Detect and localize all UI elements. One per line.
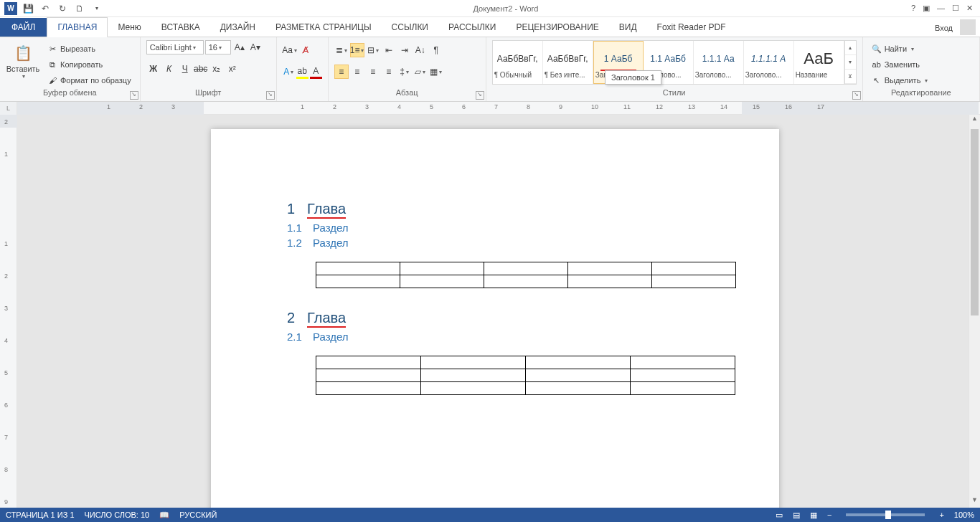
shading-icon[interactable]: ▱▾ [413,65,428,79]
tab-foxit[interactable]: Foxit Reader PDF [647,18,736,37]
multilevel-icon[interactable]: ⊟▾ [366,43,380,57]
borders-icon[interactable]: ▦▾ [429,65,443,79]
format-painter-button[interactable]: 🖌Формат по образцу [44,73,134,87]
save-icon[interactable]: 💾 [22,2,34,15]
status-word-count[interactable]: ЧИСЛО СЛОВ: 10 [85,511,150,519]
find-button[interactable]: 🔍Найти▾ [869,42,931,56]
gallery-more[interactable]: ▴▾⊻ [844,41,856,84]
zoom-level[interactable]: 100% [954,511,974,519]
tab-layout[interactable]: РАЗМЕТКА СТРАНИЦЫ [265,18,382,37]
strike-icon[interactable]: abc [194,62,208,76]
zoom-in-icon[interactable]: + [939,511,943,519]
italic-icon[interactable]: К [162,62,176,76]
vertical-ruler[interactable]: 2112345678910 [0,115,17,508]
align-left-icon[interactable]: ≡ [334,65,349,79]
align-right-icon[interactable]: ≡ [366,65,380,79]
view-print-icon[interactable]: ▤ [793,511,800,520]
zoom-out-icon[interactable]: − [827,511,831,519]
heading-2[interactable]: 1.2Раздел [287,237,739,249]
tab-file[interactable]: ФАЙЛ [0,18,47,37]
zoom-knob[interactable] [885,511,891,519]
tab-mailings[interactable]: РАССЫЛКИ [438,18,506,37]
tab-insert[interactable]: ВСТАВКА [151,18,210,37]
redo-icon[interactable]: ↻ [56,2,69,15]
style-item[interactable]: АаБНазвание [794,41,844,84]
tab-home[interactable]: ГЛАВНАЯ [47,17,108,37]
scroll-up-icon[interactable]: ▲ [969,115,980,126]
change-case-icon[interactable]: Aa▾ [283,43,297,57]
copy-button[interactable]: ⧉Копировать [44,57,134,72]
decrease-indent-icon[interactable]: ⇤ [382,43,396,57]
styles-launcher-icon[interactable]: ↘ [852,91,861,100]
numbering-icon[interactable]: 1≡▾ [350,43,364,57]
heading-2[interactable]: 2.1Раздел [287,331,739,343]
sign-in-link[interactable]: Вход [928,19,960,37]
ruler-corner[interactable]: L [0,102,17,115]
ribbon-options-icon[interactable]: ▣ [923,4,930,13]
vertical-scrollbar[interactable]: ▲ ▼ [969,115,980,508]
zoom-slider[interactable] [846,513,925,516]
font-size-combo[interactable]: 16▾ [205,40,231,54]
minimize-icon[interactable]: — [937,4,945,13]
increase-indent-icon[interactable]: ⇥ [397,43,412,57]
bold-icon[interactable]: Ж [146,62,161,76]
grow-font-icon[interactable]: A▴ [232,40,247,54]
text-effects-icon[interactable]: A▾ [283,65,295,79]
spellcheck-icon[interactable]: 📖 [159,511,169,520]
new-doc-icon[interactable]: 🗋 [73,2,86,15]
tab-design[interactable]: ДИЗАЙН [210,18,265,37]
tab-references[interactable]: ССЫЛКИ [382,18,438,37]
paragraph-launcher-icon[interactable]: ↘ [476,91,484,100]
tab-menu[interactable]: Меню [108,18,151,37]
style-item[interactable]: АаБбВвГг,¶ Обычный [493,41,543,84]
style-item[interactable]: 1.1.1.1 АЗаголово... [744,41,794,84]
font-color-icon[interactable]: A [310,65,322,79]
select-button[interactable]: ↖Выделить▾ [869,73,931,87]
gallery-arrow-icon[interactable]: ▾ [845,55,856,70]
superscript-icon[interactable]: x² [225,62,240,76]
replace-button[interactable]: abЗаменить [869,57,931,72]
status-page[interactable]: СТРАНИЦА 1 ИЗ 1 [6,511,75,519]
scroll-down-icon[interactable]: ▼ [969,496,980,508]
clear-formatting-icon[interactable]: A̸ [298,43,313,57]
heading-1[interactable]: 1Глава [287,201,739,217]
style-item[interactable]: АаБбВвГг,¶ Без инте... [543,41,593,84]
table-2[interactable] [316,356,735,395]
line-spacing-icon[interactable]: ‡▾ [397,65,412,79]
status-language[interactable]: РУССКИЙ [179,511,217,519]
paste-button[interactable]: 📋 Вставить ▾ [6,40,40,88]
maximize-icon[interactable]: ☐ [952,4,959,13]
tab-review[interactable]: РЕЦЕНЗИРОВАНИЕ [506,18,608,37]
view-read-icon[interactable]: ▭ [776,511,783,520]
qat-customize-icon[interactable]: ▾ [90,2,103,15]
gallery-arrow-icon[interactable]: ⊻ [845,70,856,84]
document-content[interactable]: 1Глава 1.1Раздел 1.2Раздел 2Глава 2.1Раз… [287,201,739,417]
bullets-icon[interactable]: ≣▾ [334,43,349,57]
tab-view[interactable]: ВИД [609,18,647,37]
gallery-arrow-icon[interactable]: ▴ [845,41,856,55]
heading-2[interactable]: 1.1Раздел [287,222,739,234]
subscript-icon[interactable]: x₂ [209,62,224,76]
align-center-icon[interactable]: ≡ [350,65,364,79]
close-icon[interactable]: ✕ [966,4,973,13]
heading-1[interactable]: 2Глава [287,310,739,326]
undo-icon[interactable]: ↶ [39,2,52,15]
justify-icon[interactable]: ≡ [382,65,396,79]
show-marks-icon[interactable]: ¶ [429,43,443,57]
view-web-icon[interactable]: ▦ [810,511,817,520]
font-name-combo[interactable]: Calibri Light▾ [146,40,204,54]
document-page[interactable]: 1Глава 1.1Раздел 1.2Раздел 2Глава 2.1Раз… [211,129,779,508]
help-icon[interactable]: ? [911,4,915,13]
cut-button[interactable]: ✂Вырезать [44,42,134,56]
sort-icon[interactable]: A↓ [413,43,428,57]
horizontal-ruler[interactable]: L 3211234567891011121314151617 [0,102,980,115]
font-launcher-icon[interactable]: ↘ [266,91,275,100]
table-1[interactable] [316,262,736,288]
scroll-thumb[interactable] [971,129,979,315]
shrink-font-icon[interactable]: A▾ [248,40,263,54]
clipboard-launcher-icon[interactable]: ↘ [130,91,138,100]
style-item[interactable]: 1.1.1 АаЗаголово... [694,41,744,84]
underline-icon[interactable]: Ч [178,62,192,76]
highlight-icon[interactable]: ab [296,65,308,79]
account-avatar[interactable] [960,19,976,35]
